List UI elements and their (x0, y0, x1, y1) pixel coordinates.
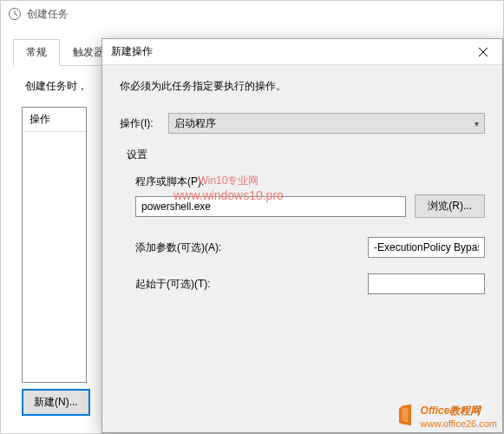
actions-list[interactable]: 操作 (22, 107, 87, 383)
dialog-title: 新建操作 (111, 44, 153, 59)
browse-button[interactable]: 浏览(R)... (415, 194, 485, 218)
startin-label: 起始于(可选)(T): (135, 277, 368, 292)
arguments-input[interactable] (368, 237, 485, 258)
program-input[interactable] (135, 196, 406, 217)
task-icon (8, 7, 22, 21)
new-action-dialog: 新建操作 你必须为此任务指定要执行的操作。 操作(I): 启动程序 ▾ 设置 程… (101, 38, 503, 433)
startin-input[interactable] (368, 273, 485, 294)
window-title: 创建任务 (27, 7, 69, 22)
action-dropdown[interactable]: 启动程序 ▾ (168, 113, 485, 134)
actions-column-header[interactable]: 操作 (23, 108, 86, 132)
settings-label: 设置 (127, 148, 485, 162)
action-label: 操作(I): (120, 116, 168, 131)
close-icon (478, 47, 488, 57)
action-dropdown-value: 启动程序 (174, 116, 216, 131)
arguments-label: 添加参数(可选)(A): (135, 240, 368, 255)
tab-general[interactable]: 常规 (13, 39, 60, 66)
close-button[interactable] (463, 39, 502, 65)
program-label: 程序或脚本(P): (135, 174, 485, 189)
dialog-titlebar: 新建操作 (102, 39, 502, 65)
new-action-button[interactable]: 新建(N)... (22, 389, 90, 416)
svg-line-2 (15, 14, 17, 16)
window-titlebar: 创建任务 (1, 1, 503, 27)
chevron-down-icon: ▾ (475, 119, 479, 128)
dialog-instruction: 你必须为此任务指定要执行的操作。 (120, 79, 485, 94)
task-description: 创建任务时， (25, 79, 88, 94)
